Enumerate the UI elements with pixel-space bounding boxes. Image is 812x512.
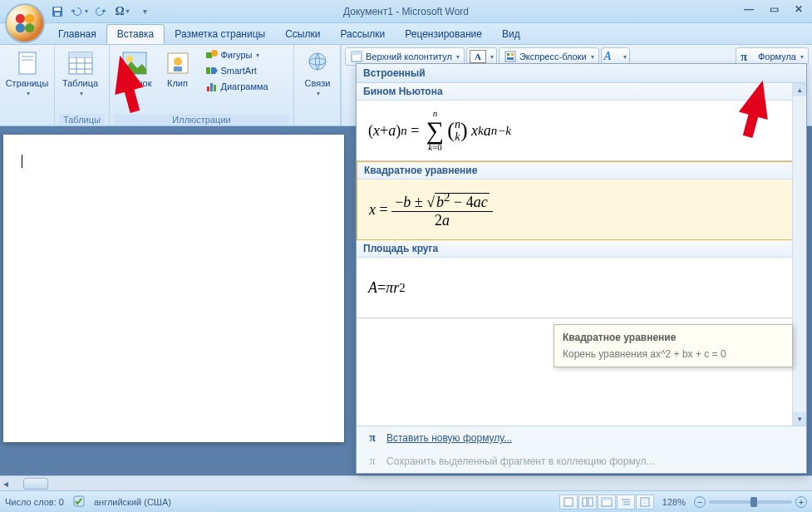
pi-save-icon: π: [365, 454, 380, 469]
tab-layout[interactable]: Разметка страницы: [165, 25, 275, 44]
undo-icon[interactable]: ▾: [70, 2, 88, 21]
svg-rect-22: [206, 52, 212, 58]
chart-button[interactable]: Диаграмма: [203, 79, 271, 94]
equation-preview: A = πr2: [357, 258, 806, 318]
express-icon: [504, 50, 517, 63]
svg-rect-42: [602, 498, 612, 500]
svg-rect-24: [206, 67, 210, 74]
svg-rect-6: [55, 12, 60, 16]
zoom-level[interactable]: 128%: [662, 497, 686, 507]
shapes-icon: [205, 48, 219, 62]
tab-insert[interactable]: Вставка: [106, 24, 165, 44]
ribbon-tabs: Главная Вставка Разметка страницы Ссылки…: [0, 23, 812, 45]
smartart-button[interactable]: SmartArt: [203, 63, 271, 78]
draft-view[interactable]: [636, 495, 654, 510]
fullscreen-view[interactable]: [578, 495, 597, 510]
save-icon[interactable]: [48, 2, 66, 21]
equation-tooltip: Квадратное уравнение Корень уравнения ax…: [554, 324, 793, 367]
svg-point-23: [211, 50, 218, 57]
svg-rect-39: [583, 498, 587, 506]
svg-rect-35: [511, 53, 514, 56]
svg-rect-5: [54, 7, 61, 11]
header-icon: [350, 50, 363, 63]
svg-rect-46: [641, 498, 649, 506]
web-layout-view[interactable]: [598, 495, 616, 510]
svg-rect-33: [505, 52, 515, 62]
spellcheck-icon[interactable]: [72, 495, 86, 510]
view-buttons: [559, 495, 654, 510]
shapes-button[interactable]: Фигуры▾: [203, 47, 271, 62]
window-title: Документ1 - Microsoft Word: [343, 6, 469, 17]
status-bar: Число слов: 0 английский (США) 128% − +: [0, 490, 812, 512]
svg-point-0: [16, 14, 25, 23]
group-illustrations: Иллюстрации: [114, 114, 289, 126]
group-tables: Таблицы: [59, 114, 105, 126]
minimize-button[interactable]: —: [741, 2, 757, 17]
svg-rect-34: [507, 53, 509, 56]
svg-point-3: [25, 23, 34, 32]
formula-gallery: Встроенный Бином Ньютона (x + a)n = n∑k=…: [356, 63, 807, 474]
chart-icon: [205, 80, 219, 93]
equation-item-circle-area[interactable]: Площадь круга A = πr2: [357, 240, 806, 318]
clip-icon: [165, 50, 191, 76]
svg-rect-38: [564, 498, 573, 506]
outline-view[interactable]: [617, 495, 635, 510]
table-icon: [67, 50, 94, 76]
document-page[interactable]: [3, 135, 344, 442]
pi-icon: π: [741, 50, 755, 63]
equation-item-binomial[interactable]: Бином Ньютона (x + a)n = n∑k=0 (nk) xkan…: [357, 83, 806, 161]
maximize-button[interactable]: ▭: [765, 2, 782, 17]
horizontal-scrollbar[interactable]: ◂: [0, 475, 812, 490]
link-icon: [304, 50, 331, 76]
clip-button[interactable]: Клип: [159, 47, 197, 91]
pages-button[interactable]: Страницы▾: [4, 47, 50, 100]
links-button[interactable]: Связи▾: [298, 47, 337, 100]
omega-icon[interactable]: Ω▾: [113, 2, 131, 21]
textbox-icon: A: [470, 50, 486, 63]
svg-rect-16: [69, 52, 92, 57]
text-cursor: [22, 155, 22, 168]
redo-icon[interactable]: [91, 2, 110, 21]
svg-rect-7: [19, 52, 36, 74]
gallery-section-header: Встроенный: [357, 64, 806, 83]
svg-point-2: [16, 23, 25, 32]
tab-review[interactable]: Рецензирование: [395, 25, 492, 44]
wordart-icon: A: [604, 50, 619, 63]
tab-references[interactable]: Ссылки: [275, 25, 330, 44]
svg-rect-25: [211, 67, 215, 74]
zoom-slider[interactable]: − +: [694, 496, 807, 508]
equation-preview: x = −b ± √b2 − 4ac 2a: [357, 180, 805, 239]
tab-view[interactable]: Вид: [492, 25, 530, 44]
svg-rect-9: [22, 59, 33, 61]
smartart-icon: [205, 64, 219, 77]
svg-point-20: [174, 57, 182, 66]
svg-point-1: [25, 14, 34, 23]
insert-new-formula[interactable]: π Вставить новую формулу...: [357, 426, 806, 450]
svg-rect-26: [207, 86, 209, 91]
svg-rect-27: [210, 83, 213, 91]
office-button[interactable]: [5, 3, 45, 43]
svg-rect-36: [507, 57, 514, 60]
qat-more-icon[interactable]: ▾: [135, 2, 153, 21]
pi-icon: π: [365, 431, 380, 446]
page-icon: [14, 50, 41, 76]
print-layout-view[interactable]: [559, 495, 578, 510]
svg-point-29: [309, 53, 326, 70]
svg-rect-40: [588, 498, 593, 506]
tab-home[interactable]: Главная: [48, 25, 106, 44]
gallery-scrollbar[interactable]: ▴ ▾: [792, 83, 806, 426]
language-status[interactable]: английский (США): [94, 497, 171, 507]
svg-rect-28: [214, 85, 216, 91]
tab-mailings[interactable]: Рассылки: [330, 25, 395, 44]
svg-rect-32: [352, 52, 362, 55]
table-button[interactable]: Таблица▾: [59, 47, 101, 100]
svg-rect-21: [174, 66, 182, 71]
save-formula-fragment: π Сохранить выделенный фрагмент в коллек…: [357, 450, 806, 473]
word-count[interactable]: Число слов: 0: [5, 497, 64, 507]
svg-rect-8: [22, 56, 33, 57]
close-button[interactable]: ✕: [790, 2, 807, 17]
equation-item-quadratic[interactable]: Квадратное уравнение x = −b ± √b2 − 4ac …: [357, 161, 806, 240]
